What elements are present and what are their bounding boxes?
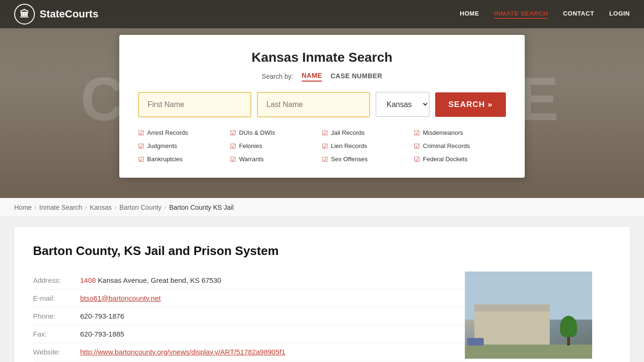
breadcrumb: Home›Inmate Search›Kansas›Barton County›…	[0, 198, 644, 217]
phone-value: 620-793-1876	[80, 307, 467, 325]
feature-item: ☑Criminal Records	[414, 141, 506, 151]
feature-item: ☑Judgments	[138, 141, 230, 151]
nav-login[interactable]: LOGIN	[609, 10, 630, 19]
info-content-row: Address: 1408 Kansas Avenue, Great bend,…	[33, 272, 611, 361]
feature-item: ☑Warrants	[230, 154, 322, 165]
state-select[interactable]: Kansas	[376, 92, 429, 117]
features-grid: ☑Arrest Records☑DUIs & DWIs☑Jail Records…	[138, 128, 506, 165]
feature-label: Federal Dockets	[423, 156, 468, 163]
feature-item: ☑Jail Records	[322, 128, 414, 138]
website-value: http://www.bartoncounty.org/vnews/displa…	[80, 343, 467, 361]
address-value: 1408 Kansas Avenue, Great bend, KS 67530	[80, 272, 467, 289]
info-right	[481, 272, 611, 361]
search-card: Kansas Inmate Search Search by: NAME CAS…	[119, 35, 525, 178]
nav-contact[interactable]: CONTACT	[563, 10, 594, 19]
tab-name[interactable]: NAME	[302, 72, 322, 82]
email-row: E-mail: btso61@bartoncounty.net	[33, 289, 467, 307]
check-icon: ☑	[138, 142, 144, 150]
building-silhouette	[474, 312, 550, 345]
search-inputs-row: Kansas SEARCH »	[138, 92, 506, 117]
facility-title: Barton County, KS Jail and Prison System	[33, 244, 611, 258]
feature-label: Bankruptcies	[147, 156, 182, 163]
email-link[interactable]: btso61@bartoncounty.net	[80, 294, 161, 302]
breadcrumb-sep: ›	[85, 204, 87, 211]
feature-label: Felonies	[239, 142, 262, 149]
info-left: Address: 1408 Kansas Avenue, Great bend,…	[33, 272, 467, 361]
tab-case-number[interactable]: CASE NUMBER	[330, 72, 382, 81]
breadcrumb-sep: ›	[115, 204, 116, 211]
feature-item: ☑Sex Offenses	[322, 154, 414, 165]
feature-label: Lien Records	[331, 142, 367, 149]
email-value: btso61@bartoncounty.net	[80, 289, 467, 307]
first-name-input[interactable]	[138, 92, 251, 117]
fax-value: 620-793-1885	[80, 325, 467, 343]
phone-label: Phone:	[33, 307, 80, 325]
breadcrumb-link[interactable]: Kansas	[90, 204, 112, 211]
logo-icon: 🏛	[14, 4, 35, 25]
breadcrumb-sep: ›	[34, 204, 36, 211]
main-nav: HOME INMATE SEARCH CONTACT LOGIN	[460, 10, 630, 19]
last-name-input[interactable]	[257, 92, 370, 117]
site-logo[interactable]: 🏛 StateCourts	[14, 4, 99, 25]
breadcrumb-link[interactable]: Inmate Search	[39, 204, 82, 211]
feature-item: ☑Federal Dockets	[414, 154, 506, 165]
check-icon: ☑	[322, 129, 328, 137]
search-button[interactable]: SEARCH »	[435, 92, 506, 117]
address-num: 1408	[80, 276, 96, 284]
feature-label: Criminal Records	[423, 142, 470, 149]
check-icon: ☑	[414, 156, 420, 163]
feature-item: ☑Misdemeanors	[414, 128, 506, 138]
check-icon: ☑	[322, 156, 328, 163]
breadcrumb-link[interactable]: Home	[14, 204, 32, 211]
main-content: Barton County, KS Jail and Prison System…	[14, 227, 630, 362]
check-icon: ☑	[138, 156, 144, 163]
site-name: StateCourts	[40, 8, 99, 20]
feature-item: ☑Bankruptcies	[138, 154, 230, 165]
feature-label: Arrest Records	[147, 129, 188, 136]
address-label: Address:	[33, 272, 80, 289]
fax-row: Fax: 620-793-1885	[33, 325, 467, 343]
website-label: Website:	[33, 343, 80, 361]
feature-label: Misdemeanors	[423, 129, 463, 136]
breadcrumb-sep: ›	[165, 204, 166, 211]
email-label: E-mail:	[33, 289, 80, 307]
site-header: 🏛 StateCourts HOME INMATE SEARCH CONTACT…	[0, 0, 644, 28]
feature-label: Judgments	[147, 142, 177, 149]
website-row: Website: http://www.bartoncounty.org/vne…	[33, 343, 467, 361]
check-icon: ☑	[322, 142, 328, 150]
feature-label: Warrants	[239, 156, 264, 163]
feature-label: DUIs & DWIs	[239, 129, 275, 136]
check-icon: ☑	[230, 156, 236, 163]
website-link[interactable]: http://www.bartoncounty.org/vnews/displa…	[80, 348, 285, 356]
breadcrumb-current: Barton County KS Jail	[169, 204, 234, 211]
search-by-row: Search by: NAME CASE NUMBER	[138, 72, 506, 82]
address-rest: Kansas Avenue, Great bend, KS 67530	[96, 276, 221, 284]
feature-item: ☑Lien Records	[322, 141, 414, 151]
facility-img-inner	[465, 272, 592, 359]
feature-item: ☑Arrest Records	[138, 128, 230, 138]
nav-home[interactable]: HOME	[460, 10, 479, 19]
phone-row: Phone: 620-793-1876	[33, 307, 467, 325]
nav-inmate-search[interactable]: INMATE SEARCH	[494, 10, 548, 19]
check-icon: ☑	[138, 129, 144, 137]
check-icon: ☑	[414, 129, 420, 137]
search-card-title: Kansas Inmate Search	[138, 50, 506, 65]
feature-label: Sex Offenses	[331, 156, 368, 163]
check-icon: ☑	[230, 142, 236, 150]
info-table: Address: 1408 Kansas Avenue, Great bend,…	[33, 272, 467, 361]
facility-image	[465, 272, 592, 359]
search-by-label: Search by:	[262, 73, 293, 80]
fax-label: Fax:	[33, 325, 80, 343]
feature-label: Jail Records	[331, 129, 365, 136]
address-row: Address: 1408 Kansas Avenue, Great bend,…	[33, 272, 467, 289]
tree-decoration	[559, 317, 578, 346]
car-silhouette	[467, 338, 484, 346]
breadcrumb-link[interactable]: Barton County	[119, 204, 162, 211]
feature-item: ☑DUIs & DWIs	[230, 128, 322, 138]
feature-item: ☑Felonies	[230, 141, 322, 151]
check-icon: ☑	[230, 129, 236, 137]
check-icon: ☑	[414, 142, 420, 150]
